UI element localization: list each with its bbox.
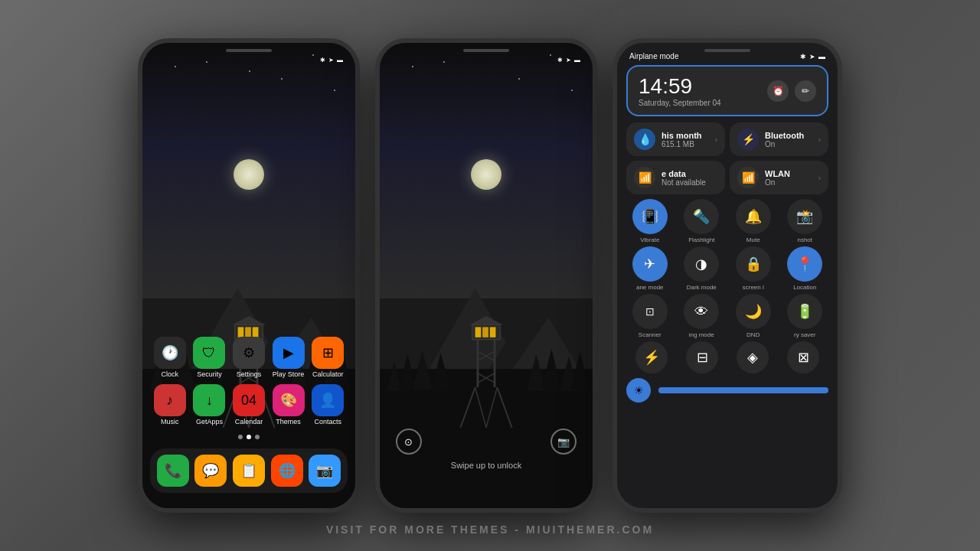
mobile-tile[interactable]: 📶 e data Not available [626, 161, 725, 194]
brightness-slider[interactable] [658, 387, 828, 393]
calculator-icon: ⊞ [312, 337, 344, 369]
app-security[interactable]: 🛡 Security [190, 337, 228, 378]
dock-camera[interactable]: 📷 [309, 455, 341, 487]
swipe-hint: Swipe up to unlock [451, 461, 521, 470]
app-playstore[interactable]: ▶ Play Store [270, 337, 308, 378]
ctrl-flashlight[interactable]: 🔦 Flashlight [678, 199, 726, 243]
ctrl-battery-saver[interactable]: 🔋 ry saver [782, 294, 829, 338]
bt-chevron-icon: › [818, 135, 821, 144]
playstore-label: Play Store [273, 370, 305, 378]
scanner-label: Scanner [639, 331, 662, 338]
ctrl-mute[interactable]: 🔔 Mute [730, 199, 777, 243]
ctrl-darkmode[interactable]: ◑ Dark mode [678, 246, 726, 291]
mute-label: Mute [746, 236, 760, 243]
app-settings[interactable]: ⚙ Settings [230, 337, 268, 378]
darkmode-label: Dark mode [687, 284, 717, 291]
battery-saver-icon: 🔋 [787, 294, 822, 329]
bluetooth-tile[interactable]: ⚡ Bluetooth On › [730, 122, 828, 156]
dot-2 [247, 435, 251, 439]
app-getapps[interactable]: ↓ GetApps [190, 384, 228, 425]
phone2-right-btn[interactable]: 📷 [550, 429, 577, 455]
getapps-icon: ↓ [193, 384, 225, 416]
music-icon: ♪ [154, 384, 186, 416]
mobile-status: Not available [662, 178, 706, 187]
darkmode-icon: ◑ [684, 246, 719, 282]
wlan-info: WLAN On [765, 169, 790, 187]
scanner-icon: ⊡ [632, 294, 668, 329]
app-themes[interactable]: 🎨 Themes [270, 384, 308, 425]
location-icon: 📍 [787, 246, 822, 282]
app-music[interactable]: ♪ Music [151, 384, 189, 425]
reading-label: ing mode [689, 331, 714, 338]
ctrl-scanner[interactable]: ⊡ Scanner [626, 294, 674, 338]
data-tile[interactable]: 💧 his month 615.1 MB › [626, 122, 725, 156]
airplane-label: ane mode [636, 284, 664, 291]
p2-battery-icon: ▬ [574, 57, 580, 64]
data-chevron-icon: › [715, 135, 717, 144]
vibrate-icon: 📳 [632, 199, 668, 234]
phone3: Airplane mode ✱ ➤ ▬ 14:59 Saturday, Sept… [612, 38, 842, 513]
bluetooth-status-icon: ✱ [320, 57, 325, 64]
ctrl-airplane[interactable]: ✈ ane mode [626, 246, 674, 291]
calendar-icon: 04 [233, 384, 265, 416]
playstore-icon: ▶ [273, 337, 305, 369]
phone3-time-right: ⏰ ✏ [767, 80, 816, 102]
themes-icon: 🎨 [273, 384, 305, 416]
app-clock[interactable]: 🕐 Clock [151, 337, 189, 378]
phone3-time-card: 14:59 Saturday, September 04 ⏰ ✏ [626, 65, 828, 116]
dnd-label: DND [746, 331, 760, 338]
mute-icon: 🔔 [736, 199, 771, 234]
settings-icon: ⚙ [233, 337, 265, 369]
app-calendar[interactable]: 04 Calendar [230, 384, 268, 425]
screenshot-label: nshot [797, 236, 812, 243]
bottom-ctrl-2[interactable]: ⊟ [686, 341, 718, 373]
svg-rect-21 [245, 327, 251, 337]
location-label: Location [793, 284, 816, 291]
calculator-label: Calculator [312, 370, 344, 378]
phone2-left-btn[interactable]: ⊙ [396, 429, 422, 455]
phone1-dock: 📞 💬 📋 🌐 📷 [150, 448, 348, 493]
ctrl-location[interactable]: 📍 Location [782, 246, 829, 291]
contacts-icon: 👤 [312, 384, 344, 416]
security-icon: 🛡 [193, 337, 225, 369]
brightness-icon[interactable]: ☀ [626, 378, 651, 403]
flashlight-label: Flashlight [688, 236, 714, 243]
app-contacts[interactable]: 👤 Contacts [309, 384, 347, 425]
screenlock-label: screen l [743, 284, 764, 291]
phones-container: ✱ ➤ ▬ [138, 38, 842, 513]
app-row-1: 🕐 Clock 🛡 Security ⚙ Settings ▶ Play Sto… [150, 337, 348, 378]
dot-1 [238, 435, 243, 439]
ctrl-vibrate[interactable]: 📳 Vibrate [626, 199, 674, 243]
network-row: 💧 his month 615.1 MB › ⚡ Bluetooth On › [626, 122, 828, 194]
ctrl-dnd[interactable]: 🌙 DND [730, 294, 777, 338]
p3-battery-icon: ▬ [818, 53, 825, 60]
screenlock-icon: 🔒 [736, 246, 771, 282]
alarm-icon[interactable]: ⏰ [767, 80, 789, 102]
bottom-ctrl-4[interactable]: ⊠ [787, 341, 819, 373]
ctrl-screenshot[interactable]: 📸 nshot [782, 199, 829, 243]
p2-bt-icon: ✱ [557, 57, 563, 64]
phone1-status-bar: ✱ ➤ ▬ [320, 57, 343, 64]
phone1-app-grid: 🕐 Clock 🛡 Security ⚙ Settings ▶ Play Sto… [142, 337, 355, 432]
dock-browser[interactable]: 🌐 [271, 455, 303, 487]
ctrl-reading[interactable]: 👁 ing mode [678, 294, 726, 338]
dot-3 [255, 435, 260, 439]
p2-moon [471, 159, 501, 190]
bottom-ctrl-3[interactable]: ◈ [737, 341, 769, 373]
edit-icon[interactable]: ✏ [795, 80, 816, 102]
dock-phone[interactable]: 📞 [157, 455, 189, 487]
ctrl-grid-2: ✈ ane mode ◑ Dark mode 🔒 screen l 📍 Loca… [626, 246, 828, 291]
dock-notes[interactable]: 📋 [233, 455, 265, 487]
app-calculator[interactable]: ⊞ Calculator [309, 337, 347, 378]
settings-label: Settings [237, 370, 262, 378]
wifi-icon: 📶 [737, 167, 759, 188]
dock-messages[interactable]: 💬 [194, 455, 227, 487]
clock-icon: 🕐 [154, 337, 186, 369]
ctrl-screenlock[interactable]: 🔒 screen l [730, 246, 777, 291]
moon [234, 159, 264, 190]
bottom-ctrl-1[interactable]: ⚡ [635, 341, 668, 373]
wlan-tile[interactable]: 📶 WLAN On › [730, 161, 828, 194]
wlan-chevron-icon: › [818, 174, 821, 182]
p2-arrow-icon: ➤ [566, 57, 571, 64]
reading-icon: 👁 [684, 294, 719, 329]
